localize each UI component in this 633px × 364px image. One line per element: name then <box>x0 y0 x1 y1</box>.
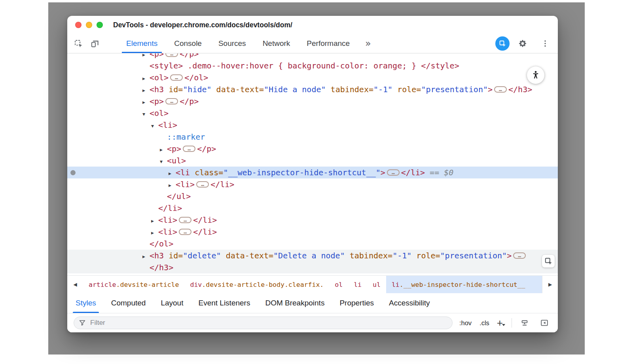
row-li-selected[interactable]: ▸<li class="__web-inspector-hide-shortcu… <box>67 167 558 178</box>
code-tag: <style> .demo--hover:hover { background-… <box>150 61 459 70</box>
row-h3-hide[interactable]: ▸<h3 id="hide" data-text="Hide a node" t… <box>67 83 558 95</box>
code-tag: </p> <box>180 275 199 275</box>
inspect-floating-button[interactable] <box>542 255 555 267</box>
code-tag: <li> <box>158 227 177 237</box>
sidebar-tab-accessibility[interactable]: Accessibility <box>381 293 437 313</box>
device-toolbar-button[interactable] <box>88 36 102 51</box>
row-h3-close[interactable]: </h3> <box>67 262 558 273</box>
disclosure-collapsed-icon[interactable]: ▸ <box>169 167 176 179</box>
disclosure-expanded-icon[interactable]: ▾ <box>142 108 150 120</box>
code-val: "presentation" <box>421 85 488 94</box>
breadcrumb-scroll-right-button[interactable]: ▶ <box>542 276 558 293</box>
row-clipped-bottom[interactable]: ▸<p>…</p> <box>67 273 558 275</box>
breadcrumb: ◀ article.devsite-articlediv.devsite-art… <box>67 275 558 293</box>
crumb-tag: article <box>89 281 116 288</box>
code-tag: </li> <box>401 168 425 177</box>
disclosure-expanded-icon[interactable]: ▾ <box>151 120 158 132</box>
sidebar-tab-styles[interactable]: Styles <box>68 293 104 313</box>
window-title: DevTools - developer.chrome.com/docs/dev… <box>113 21 292 29</box>
disclosure-collapsed-icon[interactable]: ▸ <box>169 179 176 191</box>
code-tag: <ol> <box>150 73 169 82</box>
disclosure-collapsed-icon[interactable]: ▸ <box>142 84 150 96</box>
expand-children-button[interactable]: … <box>494 86 507 93</box>
row-marker[interactable]: ::marker <box>67 131 558 143</box>
row-ul-open[interactable]: ▾<ul> <box>67 155 558 167</box>
sidebar-tabs: StylesComputedLayoutEvent ListenersDOM B… <box>67 293 558 313</box>
code-tag: <ul> <box>167 156 186 165</box>
row-ol-close[interactable]: </ol> <box>67 238 558 250</box>
code-tag: <ol> <box>150 108 169 118</box>
minimize-button[interactable] <box>86 22 92 28</box>
styles-toolbar: :hov .cls + <box>67 313 558 332</box>
sidebar-tab-event-listeners[interactable]: Event Listeners <box>191 293 258 313</box>
code-attr: data-text= <box>221 251 273 260</box>
code-tag: > <box>381 168 385 177</box>
filter-input[interactable] <box>89 318 447 327</box>
code-tag: </ol> <box>150 239 173 248</box>
expand-children-button[interactable]: … <box>170 74 183 81</box>
row-ol-open[interactable]: ▾<ol> <box>67 107 558 119</box>
breadcrumb-scroll-left-button[interactable]: ◀ <box>67 276 83 293</box>
expand-children-button[interactable]: … <box>165 53 178 57</box>
zoom-button[interactable] <box>97 22 103 28</box>
sidebar-tab-layout[interactable]: Layout <box>153 293 191 313</box>
inspect-element-button[interactable] <box>71 36 85 51</box>
breadcrumb-item[interactable]: li <box>348 276 367 293</box>
stamp-tool-button[interactable] <box>517 316 532 330</box>
element-classes-button[interactable]: .cls <box>478 318 491 328</box>
code-tag: <p> <box>150 97 164 106</box>
expand-children-button[interactable]: … <box>387 169 400 176</box>
disclosure-collapsed-icon[interactable]: ▸ <box>151 215 158 227</box>
breadcrumb-item[interactable]: ul <box>367 276 386 293</box>
expand-children-button[interactable]: … <box>165 98 178 104</box>
new-style-rule-button[interactable]: + <box>496 318 506 328</box>
disclosure-expanded-icon[interactable]: ▾ <box>160 155 167 167</box>
row-li-sibling[interactable]: ▸<li>…</li> <box>67 178 558 190</box>
sidebar-tab-properties[interactable]: Properties <box>332 293 381 313</box>
expand-children-button[interactable]: … <box>196 181 209 188</box>
row-ol-collapsed[interactable]: ▸<ol>…</ol> <box>67 72 558 83</box>
more-tabs-button[interactable]: » <box>364 38 373 49</box>
disclosure-collapsed-icon[interactable]: ▸ <box>160 144 167 155</box>
expand-children-button[interactable]: … <box>183 146 195 152</box>
sidebar-tab-dom-breakpoints[interactable]: DOM Breakpoints <box>258 293 332 313</box>
expand-children-button[interactable]: … <box>179 229 191 235</box>
row-li-open[interactable]: ▾<li> <box>67 119 558 131</box>
code-tag: </ol> <box>184 73 208 82</box>
row-ul-close[interactable]: </ul> <box>67 190 558 202</box>
breadcrumb-item[interactable]: div.devsite-article-body.clearfix. <box>185 276 330 293</box>
disclosure-collapsed-icon[interactable]: ▸ <box>142 250 150 262</box>
tab-sources[interactable]: Sources <box>210 34 254 53</box>
row-p-2[interactable]: ▸<p>…</p> <box>67 143 558 155</box>
breadcrumb-item[interactable]: article.devsite-article <box>83 276 185 293</box>
row-h3-delete[interactable]: ▸<h3 id="delete" data-text="Delete a nod… <box>67 250 558 262</box>
disclosure-collapsed-icon[interactable]: ▸ <box>142 72 150 84</box>
breadcrumb-item-selected[interactable]: li.__web-inspector-hide-shortcut__ <box>386 276 542 293</box>
code-tag: > <box>507 251 512 260</box>
accessibility-button[interactable] <box>527 66 544 84</box>
more-options-button[interactable] <box>538 36 552 51</box>
row-li-close[interactable]: </li> <box>67 202 558 214</box>
toggle-element-state-button[interactable]: :hov <box>458 318 473 328</box>
sidebar-tab-computed[interactable]: Computed <box>104 293 154 313</box>
row-style[interactable]: <style> .demo--hover:hover { background-… <box>67 60 558 72</box>
code-val: "-1" <box>392 251 411 260</box>
expand-children-button[interactable]: … <box>513 252 526 259</box>
tab-network[interactable]: Network <box>254 34 299 53</box>
expand-children-button[interactable]: … <box>179 217 191 223</box>
row-clipped-top[interactable]: ▸<p>…</p> <box>67 53 558 60</box>
settings-button[interactable] <box>515 36 530 51</box>
row-li-2[interactable]: ▸<li>…</li> <box>67 214 558 226</box>
row-li-3[interactable]: ▸<li>…</li> <box>67 226 558 238</box>
toggle-sidebar-button[interactable] <box>537 316 552 330</box>
tab-console[interactable]: Console <box>166 34 210 53</box>
disclosure-collapsed-icon[interactable]: ▸ <box>142 274 150 275</box>
tab-performance[interactable]: Performance <box>298 34 358 53</box>
disclosure-collapsed-icon[interactable]: ▸ <box>151 227 158 239</box>
element-picker-active-button[interactable] <box>495 36 510 51</box>
row-p-1[interactable]: ▸<p>…</p> <box>67 95 558 107</box>
close-button[interactable] <box>75 22 81 28</box>
breadcrumb-item[interactable]: ol <box>329 276 348 293</box>
disclosure-collapsed-icon[interactable]: ▸ <box>142 96 150 108</box>
tab-elements[interactable]: Elements <box>118 34 166 53</box>
